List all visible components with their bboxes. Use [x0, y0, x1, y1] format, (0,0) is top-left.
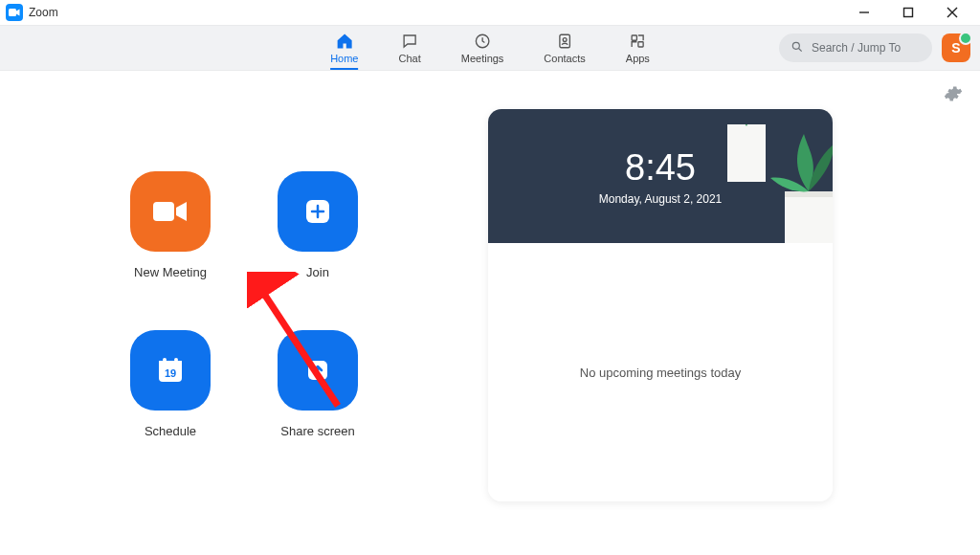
upcoming-body: No upcoming meetings today [488, 243, 833, 501]
clock-time: 8:45 [625, 147, 696, 189]
svg-text:19: 19 [165, 367, 176, 379]
avatar[interactable]: S [942, 33, 970, 62]
svg-rect-2 [904, 9, 913, 17]
svg-rect-17 [159, 361, 182, 366]
tab-contacts[interactable]: Contacts [540, 26, 589, 70]
svg-rect-0 [9, 9, 16, 16]
toolbar: Home Chat Meetings Contacts Apps [0, 25, 980, 71]
maximize-button[interactable] [886, 0, 930, 25]
svg-rect-23 [785, 191, 833, 197]
svg-line-3 [947, 8, 957, 17]
video-icon [130, 171, 211, 252]
window-controls [842, 0, 974, 25]
svg-point-19 [174, 358, 178, 362]
upcoming-card: 8:45 Monday, August 2, 2021 [488, 109, 833, 501]
clock-icon [473, 32, 492, 51]
action-label: New Meeting [134, 265, 207, 279]
tab-label: Contacts [544, 53, 585, 64]
clock-date: Monday, August 2, 2021 [599, 192, 723, 206]
share-arrow-icon [278, 330, 358, 411]
plus-icon [278, 171, 358, 252]
gear-icon[interactable] [944, 84, 963, 107]
action-label: Schedule [145, 424, 196, 438]
home-actions: New Meeting Join 19 Schedule Share scree… [0, 71, 488, 555]
plant-illustration-icon [727, 124, 833, 243]
toolbar-right: Search / Jump To S [779, 33, 980, 62]
minimize-button[interactable] [842, 0, 886, 25]
tab-label: Meetings [461, 53, 504, 64]
side-panel: 8:45 Monday, August 2, 2021 [488, 71, 980, 555]
schedule-button[interactable]: 19 Schedule [108, 330, 233, 455]
join-button[interactable]: Join [256, 171, 380, 296]
tab-home[interactable]: Home [326, 26, 362, 70]
svg-rect-12 [153, 202, 174, 221]
tab-apps[interactable]: Apps [622, 26, 654, 70]
svg-rect-9 [638, 42, 643, 47]
nav-tabs: Home Chat Meetings Contacts Apps [326, 26, 654, 70]
tab-chat[interactable]: Chat [394, 26, 424, 70]
share-screen-button[interactable]: Share screen [256, 330, 380, 455]
main: New Meeting Join 19 Schedule Share scree… [0, 71, 980, 555]
tab-label: Home [330, 53, 358, 64]
new-meeting-button[interactable]: New Meeting [108, 171, 233, 296]
titlebar-left: Zoom [6, 4, 58, 21]
tab-label: Apps [626, 53, 650, 64]
window-title: Zoom [29, 6, 58, 19]
upcoming-empty-text: No upcoming meetings today [580, 366, 741, 380]
close-button[interactable] [930, 0, 974, 25]
clock-panel: 8:45 Monday, August 2, 2021 [488, 109, 833, 243]
home-icon [335, 32, 354, 51]
titlebar: Zoom [0, 0, 980, 25]
svg-rect-8 [632, 35, 636, 40]
action-label: Share screen [280, 424, 354, 438]
avatar-initial: S [951, 40, 960, 56]
chat-icon [400, 32, 419, 51]
search-placeholder: Search / Jump To [812, 41, 901, 55]
svg-point-10 [792, 42, 799, 49]
search-icon [791, 40, 804, 56]
tab-label: Chat [398, 53, 420, 64]
calendar-icon: 19 [130, 330, 211, 411]
action-label: Join [306, 265, 329, 279]
svg-point-7 [563, 38, 567, 42]
tab-meetings[interactable]: Meetings [457, 26, 508, 70]
svg-rect-22 [785, 191, 833, 243]
svg-line-4 [947, 8, 957, 17]
contacts-icon [555, 32, 574, 51]
zoom-logo-icon [6, 4, 23, 21]
svg-point-18 [163, 358, 167, 362]
apps-icon [628, 32, 647, 51]
search-input[interactable]: Search / Jump To [779, 33, 932, 62]
svg-line-11 [799, 48, 802, 51]
